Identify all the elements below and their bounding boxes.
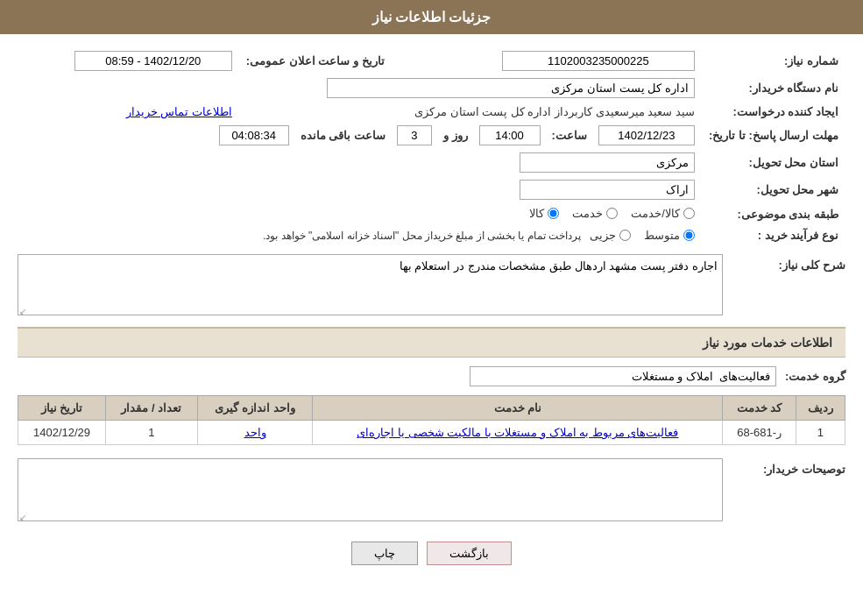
cell-row-num: 1 xyxy=(796,421,845,445)
deadline-label: مهلت ارسال پاسخ: تا تاریخ: xyxy=(702,122,845,149)
col-header-name: نام خدمت xyxy=(313,396,723,421)
subject-radio-khedmat[interactable] xyxy=(606,208,618,219)
back-button[interactable]: بازگشت xyxy=(427,542,512,565)
deadline-days-input[interactable] xyxy=(397,125,432,145)
col-header-unit: واحد اندازه گیری xyxy=(197,396,313,421)
notes-resize-handle-icon: ↙ xyxy=(19,513,26,522)
cell-quantity: 1 xyxy=(106,421,198,445)
subject-option-khedmat[interactable]: خدمت xyxy=(572,207,618,220)
services-table: ردیف کد خدمت نام خدمت واحد اندازه گیری ت… xyxy=(18,395,845,445)
print-button[interactable]: چاپ xyxy=(351,542,418,565)
services-section-title: اطلاعات خدمات مورد نیاز xyxy=(703,336,832,350)
deadline-date-input[interactable] xyxy=(598,125,695,145)
subject-option-kala[interactable]: کالا xyxy=(529,207,559,220)
subject-option-kala-khedmat[interactable]: کالا/خدمت xyxy=(631,207,695,220)
announcement-label: تاریخ و ساعت اعلان عمومی: xyxy=(239,47,392,74)
deadline-time-input[interactable] xyxy=(479,125,541,145)
col-header-date: تاریخ نیاز xyxy=(18,396,106,421)
delivery-province-input[interactable] xyxy=(520,152,695,173)
purchase-label-mutawasit: متوسط xyxy=(644,229,680,242)
subject-radio-kala[interactable] xyxy=(548,208,559,219)
description-textarea[interactable]: اجاره دفتر پست مشهد اردهال طبق مشخصات من… xyxy=(18,254,723,315)
description-label: شرح کلی نیاز: xyxy=(778,258,845,272)
buyer-org-input[interactable] xyxy=(327,78,695,98)
subject-label-kala: کالا xyxy=(529,207,544,220)
page-title: جزئیات اطلاعات نیاز xyxy=(372,10,492,25)
creator-label: ایجاد کننده درخواست: xyxy=(702,102,845,122)
delivery-city-input[interactable] xyxy=(520,180,695,200)
purchase-radio-mutawasit[interactable] xyxy=(683,230,695,241)
subject-radio-group: کالا/خدمت خدمت کالا xyxy=(529,207,695,220)
deadline-time-label: ساعت: xyxy=(548,129,591,142)
page-header: جزئیات اطلاعات نیاز xyxy=(0,0,863,34)
deadline-remaining-input[interactable] xyxy=(219,125,289,145)
subject-label: طبقه بندی موضوعی: xyxy=(702,203,845,225)
table-row: 1 ر-681-68 فعالیت‌های مربوط به املاک و م… xyxy=(18,421,845,445)
cell-service-name[interactable]: فعالیت‌های مربوط به املاک و مستغلات با م… xyxy=(313,421,723,445)
buyer-notes-label: توصیحات خریدار: xyxy=(763,463,845,476)
main-info-table: شماره نیاز: تاریخ و ساعت اعلان عمومی: نا… xyxy=(18,47,845,245)
deadline-days-label: روز و xyxy=(439,129,472,142)
cell-date: 1402/12/29 xyxy=(18,421,106,445)
service-group-label: گروه خدمت: xyxy=(785,370,845,383)
need-number-input[interactable] xyxy=(502,51,695,71)
col-header-qty: تعداد / مقدار xyxy=(106,396,198,421)
creator-value: سید سعید میرسعیدی کاربرداز اداره کل پست … xyxy=(414,105,695,118)
button-row: بازگشت چاپ xyxy=(18,542,845,565)
contact-info-link[interactable]: اطلاعات تماس خریدار xyxy=(126,105,232,118)
deadline-remaining-label: ساعت باقی مانده xyxy=(296,129,390,142)
purchase-type-label: نوع فرآیند خرید : xyxy=(702,225,845,245)
col-header-code: کد خدمت xyxy=(723,396,796,421)
purchase-option-jozii[interactable]: جزیی xyxy=(590,229,631,242)
cell-service-code: ر-681-68 xyxy=(723,421,796,445)
services-section-header: اطلاعات خدمات مورد نیاز xyxy=(18,327,845,358)
buyer-org-label: نام دستگاه خریدار: xyxy=(702,74,845,102)
service-group-input[interactable] xyxy=(470,366,776,386)
cell-unit[interactable]: واحد xyxy=(197,421,313,445)
purchase-radio-group: متوسط جزیی xyxy=(590,229,695,242)
purchase-option-mutawasit[interactable]: متوسط xyxy=(644,229,695,242)
resize-handle-icon: ↙ xyxy=(19,307,26,316)
buyer-notes-textarea[interactable] xyxy=(18,458,723,521)
delivery-province-label: استان محل تحویل: xyxy=(702,149,845,176)
purchase-note: پرداخت تمام یا بخشی از مبلغ خریداز محل "… xyxy=(263,230,581,242)
subject-label-kala-khedmat: کالا/خدمت xyxy=(631,207,680,220)
purchase-label-jozii: جزیی xyxy=(590,229,616,242)
subject-label-khedmat: خدمت xyxy=(572,207,603,220)
delivery-city-label: شهر محل تحویل: xyxy=(702,176,845,203)
purchase-radio-jozii[interactable] xyxy=(619,230,631,241)
need-number-label: شماره نیاز: xyxy=(702,47,845,74)
announcement-input[interactable] xyxy=(74,51,232,71)
col-header-row: ردیف xyxy=(796,396,845,421)
subject-radio-kala-khedmat[interactable] xyxy=(683,208,695,219)
